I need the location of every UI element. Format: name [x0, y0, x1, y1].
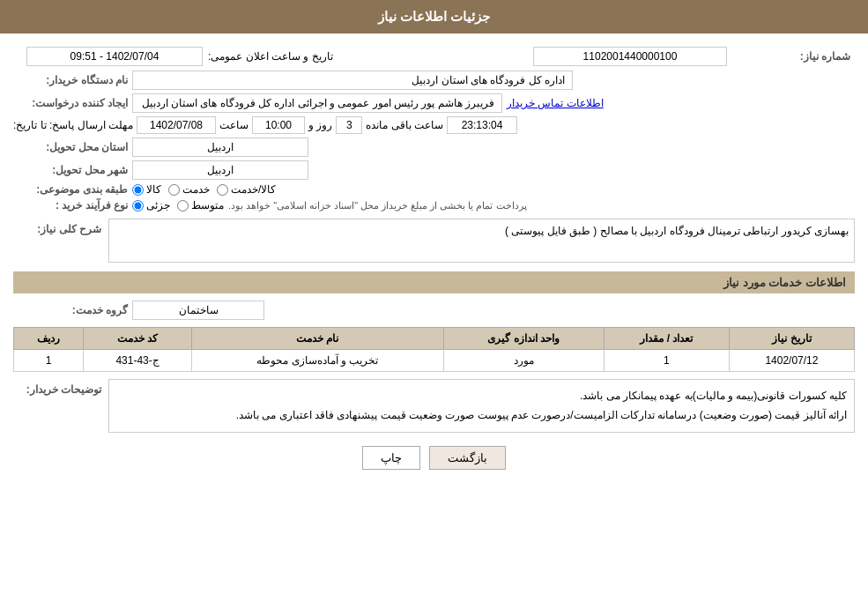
col-tedad: تعداد / مقدار — [604, 328, 729, 350]
shahr-label: شهر محل تحویل: — [13, 164, 128, 176]
mohlet-label: مهلت ارسال پاسخ: تا تاریخ: — [13, 119, 133, 131]
nam-dastgah-value: اداره کل فرودگاه های استان اردبیل — [132, 71, 573, 90]
tavazihat-value: کلیه کسورات قانونی(بیمه و مالیات)به عهده… — [108, 379, 855, 433]
nam-dastgah-label: نام دستگاه خریدار: — [13, 74, 128, 86]
radio-motavasset-input[interactable] — [177, 200, 189, 212]
sharh-value: بهسازی کریدور ارتباطی ترمینال فرودگاه ار… — [108, 219, 855, 263]
mohlet-roz: 3 — [336, 116, 362, 134]
page-title: جزئیات اطلاعات نیاز — [378, 9, 490, 24]
sharh-label: شرح کلی نیاز: — [13, 219, 101, 235]
radio-khedmat-input[interactable] — [168, 184, 180, 196]
shmare-tarikh-row: شماره نیاز: 1102001440000100 تاریخ و ساع… — [13, 47, 855, 66]
mohlet-remaining: 23:13:04 — [447, 116, 517, 134]
mohlet-sahat-label: ساعت — [219, 119, 249, 131]
ijad-value: فریبرز هاشم پور رئیس امور عمومی و اجرائی… — [132, 93, 502, 113]
motavasset-label: متوسط — [191, 199, 224, 212]
noe-farayand-row: پرداخت تمام یا بخشی از مبلغ خریداز محل "… — [13, 199, 855, 212]
page-wrapper: جزئیات اطلاعات نیاز شماره نیاز: 11020014… — [0, 0, 868, 609]
mohlet-time: 10:00 — [252, 116, 305, 134]
radio-motavasset[interactable]: متوسط — [177, 199, 224, 212]
goroh-row: ساختمان گروه خدمت: — [13, 301, 855, 320]
ijad-link[interactable]: اطلاعات تماس خریدار — [507, 97, 604, 109]
table-row: 1402/07/12 1 مورد تخریب و آماده‌سازی محو… — [14, 350, 855, 372]
mohlet-date: 1402/07/08 — [137, 116, 216, 134]
radio-jozei-input[interactable] — [132, 200, 144, 212]
radio-kala-khedmat[interactable]: کالا/خدمت — [217, 183, 276, 196]
content-area: شماره نیاز: 1102001440000100 تاریخ و ساع… — [0, 33, 868, 492]
cell-vahed: مورد — [443, 350, 604, 372]
radio-kala-input[interactable] — [132, 184, 144, 196]
print-button[interactable]: چاپ — [362, 446, 420, 470]
goroh-label: گروه خدمت: — [13, 304, 128, 316]
ostan-value: اردبیل — [132, 137, 308, 157]
shahr-value: اردبیل — [132, 160, 308, 180]
tarikh-label: تاریخ و ساعت اعلان عمومی: — [208, 50, 333, 63]
radio-kala-khedmat-input[interactable] — [217, 184, 228, 196]
goroh-value: ساختمان — [132, 301, 264, 320]
cell-tarikh: 1402/07/12 — [729, 350, 854, 372]
kala-label: کالا — [146, 183, 161, 196]
ijad-row: اطلاعات تماس خریدار فریبرز هاشم پور رئیس… — [13, 93, 855, 113]
cell-radif: 1 — [14, 350, 84, 372]
noe-radios: متوسط جزئی — [132, 199, 224, 212]
khadamat-section-title: اطلاعات خدمات مورد نیاز — [13, 271, 855, 293]
tarikh-group: تاریخ و ساعت اعلان عمومی: 1402/07/04 - 0… — [26, 47, 333, 66]
tavazihat-line2: ارائه آنالیز قیمت (صورت وضعیت) درسامانه … — [116, 406, 847, 426]
mohlet-row: 23:13:04 ساعت باقی مانده 3 روز و 10:00 س… — [13, 116, 855, 134]
col-vahed: واحد اندازه گیری — [443, 328, 604, 350]
mohlet-time-group: 23:13:04 ساعت باقی مانده 3 روز و 10:00 س… — [13, 116, 517, 134]
ijad-label: ایجاد کننده درخواست: — [13, 97, 128, 109]
radio-jozei[interactable]: جزئی — [132, 199, 170, 212]
tavazihat-container: کلیه کسورات قانونی(بیمه و مالیات)به عهده… — [108, 379, 855, 433]
cell-kod: ج-43-431 — [84, 350, 191, 372]
khedmat-label: خدمت — [182, 183, 210, 196]
noe-description: پرداخت تمام یا بخشی از مبلغ خریداز محل "… — [228, 200, 527, 212]
mohlet-roz-label: روز و — [308, 119, 332, 131]
shmare-niaz-label: شماره نیاز: — [736, 50, 850, 63]
nam-dastgah-row: اداره کل فرودگاه های استان اردبیل نام دس… — [13, 71, 855, 90]
ostan-row: اردبیل استان محل تحویل: — [13, 137, 855, 157]
col-kod: کد خدمت — [84, 328, 191, 350]
tabaghebandi-row: کالا/خدمت خدمت کالا طبقه بندی موضوعی: — [13, 183, 855, 196]
jozei-label: جزئی — [146, 199, 170, 212]
radio-kala[interactable]: کالا — [132, 183, 161, 196]
page-header: جزئیات اطلاعات نیاز — [0, 0, 868, 33]
shmare-niaz-value: 1102001440000100 — [533, 47, 727, 66]
cell-tedad: 1 — [604, 350, 729, 372]
col-name: نام خدمت — [191, 328, 443, 350]
sharh-row: بهسازی کریدور ارتباطی ترمینال فرودگاه ار… — [13, 219, 855, 263]
tabaghebandi-radios: کالا/خدمت خدمت کالا — [132, 183, 276, 196]
radio-khedmat[interactable]: خدمت — [168, 183, 210, 196]
back-button[interactable]: بازگشت — [429, 446, 506, 470]
tabaghebandi-label: طبقه بندی موضوعی: — [13, 183, 128, 196]
cell-name: تخریب و آماده‌سازی محوطه — [191, 350, 443, 372]
noe-farayand-label: نوع فرآیند خرید : — [13, 199, 128, 212]
tavazihat-line1: کلیه کسورات قانونی(بیمه و مالیات)به عهده… — [116, 387, 847, 406]
tarikh-value: 1402/07/04 - 09:51 — [26, 47, 203, 66]
mohlet-remaining-label: ساعت باقی مانده — [366, 119, 443, 131]
shmare-value-group: 1102001440000100 تاریخ و ساعت اعلان عموم… — [18, 47, 736, 66]
tavazihat-label: توضیحات خریدار: — [13, 379, 101, 396]
tavazihat-row: کلیه کسورات قانونی(بیمه و مالیات)به عهده… — [13, 379, 855, 433]
col-radif: ردیف — [14, 328, 84, 350]
button-row: بازگشت چاپ — [13, 446, 855, 470]
ostan-label: استان محل تحویل: — [13, 141, 128, 153]
sharh-container: بهسازی کریدور ارتباطی ترمینال فرودگاه ار… — [108, 219, 855, 263]
shahr-row: اردبیل شهر محل تحویل: — [13, 160, 855, 180]
kala-khedmat-label: کالا/خدمت — [231, 183, 276, 196]
services-table: تاریخ نیاز تعداد / مقدار واحد اندازه گیر… — [13, 327, 855, 372]
col-tarikh: تاریخ نیاز — [729, 328, 854, 350]
shmare-group: شماره نیاز: — [736, 50, 850, 63]
